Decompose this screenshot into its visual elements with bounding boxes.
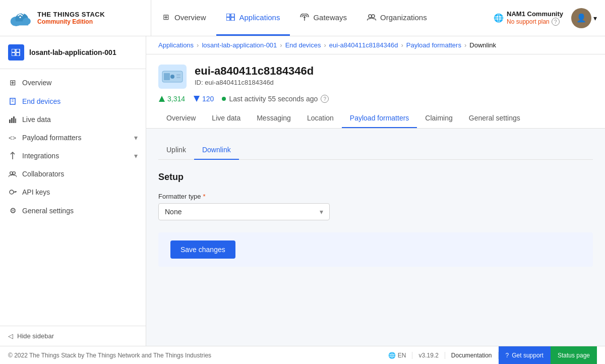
app-header: losant-lab-application-001	[0, 36, 146, 69]
sidebar-item-collaborators[interactable]: Collaborators	[0, 165, 146, 183]
organizations-nav-icon	[367, 13, 376, 22]
sidebar-item-integrations[interactable]: Integrations ▾	[0, 147, 146, 165]
svg-rect-19	[9, 119, 11, 123]
nav-item-applications[interactable]: Applications	[216, 0, 290, 36]
svg-rect-5	[226, 14, 230, 17]
sidebar-payload-formatters-label: Payload formatters	[22, 134, 129, 142]
breadcrumb-applications[interactable]: Applications	[158, 41, 194, 49]
gateways-nav-icon	[300, 13, 309, 22]
hide-sidebar-button[interactable]: ◁ Hide sidebar	[0, 326, 146, 346]
svg-point-12	[372, 15, 375, 18]
svg-rect-32	[164, 73, 170, 80]
nav-gateways-label: Gateways	[313, 13, 347, 22]
footer-documentation-link[interactable]: Documentation	[445, 352, 499, 359]
sidebar-nav: ⊞ Overview End devices Live data <> Payl	[0, 69, 146, 326]
save-bar: Save changes	[158, 232, 593, 267]
main-nav-items: ⊞ Overview Applications Gateways Organiz…	[151, 0, 486, 36]
breadcrumb-end-devices[interactable]: End devices	[285, 41, 321, 49]
svg-rect-7	[231, 14, 234, 17]
footer: © 2022 The Things Stack by The Things Ne…	[0, 346, 605, 364]
footer-status-page-button[interactable]: Status page	[551, 346, 597, 365]
device-tab-claiming[interactable]: Claiming	[417, 109, 460, 128]
nav-right: 🌐 NAM1 Community No support plan ? 👤 ▾	[486, 0, 605, 36]
user-avatar-area[interactable]: 👤 ▾	[571, 8, 597, 28]
device-tabs: Overview Live data Messaging Location Pa…	[158, 109, 593, 128]
required-indicator: *	[203, 193, 206, 200]
device-name: eui-a840411c8184346d	[195, 65, 314, 78]
svg-marker-36	[159, 96, 165, 102]
community-details: NAM1 Community No support plan ?	[507, 10, 563, 26]
device-tab-payload-formatters[interactable]: Payload formatters	[342, 109, 417, 128]
activity-help-icon[interactable]: ?	[321, 95, 329, 103]
footer-get-support-button[interactable]: ? Get support	[499, 346, 551, 365]
integrations-icon	[8, 152, 17, 160]
footer-globe-icon: 🌐	[388, 352, 396, 359]
formatter-type-group: Formatter type * None ▾	[158, 193, 593, 220]
sidebar-item-end-devices[interactable]: End devices	[0, 92, 146, 110]
activity-dot	[222, 97, 226, 101]
uplink-stat: 3,314	[158, 95, 185, 103]
svg-rect-16	[16, 52, 20, 56]
svg-point-26	[13, 172, 15, 174]
brand-edition: Community Edition	[37, 18, 105, 25]
payload-formatters-icon: <>	[8, 134, 17, 142]
svg-rect-6	[226, 17, 230, 21]
svg-rect-3	[13, 21, 28, 25]
nav-applications-label: Applications	[239, 13, 280, 22]
footer-lang-selector[interactable]: 🌐 EN	[382, 352, 412, 359]
device-tab-location[interactable]: Location	[299, 109, 342, 128]
nav-item-overview[interactable]: ⊞ Overview	[151, 0, 216, 36]
uplink-count: 3,314	[167, 95, 185, 103]
device-info: eui-a840411c8184346d ID: eui-a840411c818…	[195, 65, 314, 86]
end-devices-icon	[8, 97, 17, 105]
save-changes-button[interactable]: Save changes	[170, 240, 235, 259]
svg-rect-8	[231, 17, 234, 21]
sub-tab-downlink[interactable]: Downlink	[194, 141, 239, 160]
sidebar: losant-lab-application-001 ⊞ Overview En…	[0, 36, 146, 346]
device-image	[158, 65, 187, 89]
logo-icon	[8, 6, 32, 30]
overview-icon: ⊞	[8, 78, 17, 87]
formatter-type-label: Formatter type *	[158, 193, 593, 200]
general-settings-icon: ⚙	[8, 206, 17, 215]
sidebar-item-api-keys[interactable]: API keys	[0, 183, 146, 201]
sidebar-item-overview[interactable]: ⊞ Overview	[0, 73, 146, 92]
brand-name: THE THINGS STACK	[37, 11, 105, 18]
support-help-icon[interactable]: ?	[552, 18, 560, 26]
svg-point-11	[369, 15, 372, 18]
sidebar-collaborators-label: Collaborators	[22, 170, 138, 178]
community-info: 🌐 NAM1 Community No support plan ?	[494, 10, 563, 26]
top-nav: THE THINGS STACK Community Edition ⊞ Ove…	[0, 0, 605, 36]
svg-point-27	[10, 190, 14, 194]
app-name: losant-lab-application-001	[29, 48, 116, 56]
sub-tab-uplink[interactable]: Uplink	[158, 141, 194, 160]
footer-lang-label: EN	[398, 352, 406, 359]
downlink-count: 120	[202, 95, 214, 103]
user-avatar: 👤	[571, 8, 591, 28]
svg-rect-14	[12, 52, 15, 56]
breadcrumb: Applications › losant-lab-application-00…	[146, 36, 605, 54]
nav-item-organizations[interactable]: Organizations	[357, 0, 437, 36]
device-tab-live-data[interactable]: Live data	[204, 109, 249, 128]
device-tab-overview[interactable]: Overview	[158, 109, 204, 128]
overview-nav-icon: ⊞	[161, 13, 170, 22]
collaborators-icon	[8, 170, 17, 178]
sidebar-general-settings-label: General settings	[22, 207, 138, 215]
breadcrumb-payload-formatters[interactable]: Payload formatters	[406, 41, 461, 49]
breadcrumb-device-id[interactable]: eui-a840411c8184346d	[329, 41, 398, 49]
formatter-type-select[interactable]: None ▾	[158, 203, 330, 220]
sidebar-item-payload-formatters[interactable]: <> Payload formatters ▾	[0, 129, 146, 147]
footer-right: 🌐 EN v3.19.2 Documentation ? Get support…	[382, 346, 597, 365]
svg-point-4	[19, 16, 21, 18]
sidebar-item-general-settings[interactable]: ⚙ General settings	[0, 201, 146, 220]
api-keys-icon	[8, 188, 17, 196]
select-arrow-icon: ▾	[320, 208, 323, 216]
breadcrumb-current: Downlink	[469, 41, 496, 49]
svg-marker-37	[194, 96, 200, 102]
live-data-icon	[8, 115, 17, 124]
device-tab-general-settings[interactable]: General settings	[461, 109, 528, 128]
breadcrumb-app-id[interactable]: losant-lab-application-001	[202, 41, 277, 49]
nav-item-gateways[interactable]: Gateways	[290, 0, 357, 36]
device-tab-messaging[interactable]: Messaging	[249, 109, 299, 128]
sidebar-item-live-data[interactable]: Live data	[0, 110, 146, 129]
